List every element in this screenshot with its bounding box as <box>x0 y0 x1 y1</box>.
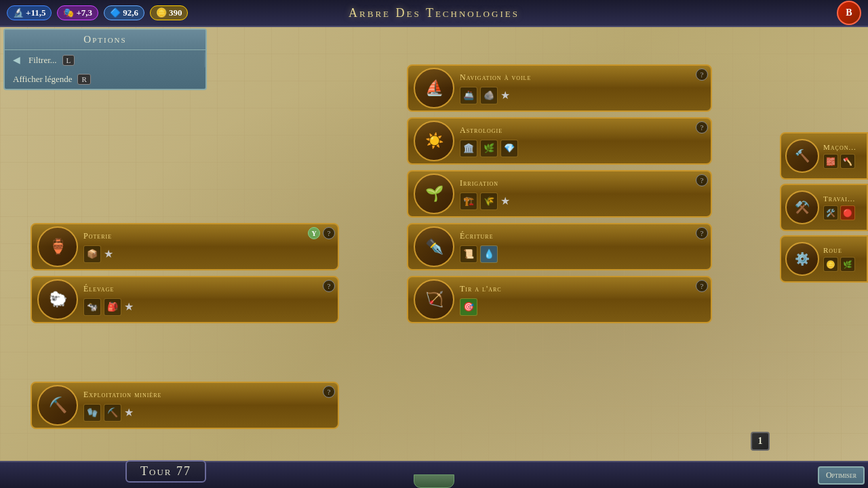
star-icon-ex: ★ <box>124 406 134 419</box>
options-header: Options <box>5 30 205 50</box>
astrologie-icon: ☀️ <box>414 121 454 161</box>
travail-name: Travai... <box>823 195 867 203</box>
options-panel: Options ◀ Filtrer... L Afficher légende … <box>3 28 207 90</box>
unlock-icon-el0: 🐄 <box>83 298 101 316</box>
star-icon-i: ★ <box>500 195 510 207</box>
tech-ecriture[interactable]: ✒️ Écriture 📜 💧 ? <box>407 223 712 270</box>
travail-unlock-0: 🛠️ <box>823 205 838 220</box>
navigation-unlocks: 🚢 🪨 ★ <box>460 87 711 104</box>
irrigation-unlocks: 🏗️ 🌾 ★ <box>460 192 711 210</box>
unlock-icon-0: 🚢 <box>460 87 477 104</box>
roue-icon: ⚙️ <box>785 242 819 276</box>
tech-macon[interactable]: 🔨 Maçon... 🧱 🪓 <box>780 132 868 180</box>
tir-arc-unlocks: 🎯 <box>460 298 711 316</box>
unlock-icon-e0: 📜 <box>460 245 477 263</box>
navigation-icon: ⛵ <box>414 68 454 108</box>
exploitation-name: Exploitation minière <box>83 390 338 400</box>
help-button-navigation[interactable]: ? <box>696 68 708 81</box>
legend-key: R <box>77 74 90 85</box>
help-button-exploitation[interactable]: ? <box>323 386 335 398</box>
gold-icon: 🪙 <box>156 7 167 18</box>
unlock-icon-1: 🪨 <box>480 87 498 104</box>
stats-row: 🔬 +11,5 🎭 +7,3 🔷 92,6 🪙 390 <box>7 5 188 20</box>
tech-tir-arc[interactable]: 🏹 Tir a l'arc 🎯 ? <box>407 276 712 323</box>
unlock-icon-e1: 💧 <box>480 245 498 263</box>
travail-unlocks: 🛠️ 🔴 <box>823 205 867 220</box>
filter-label: Filtrer... <box>28 55 57 66</box>
culture-value: +7,3 <box>76 7 92 18</box>
faith-stat: 🔷 92,6 <box>104 5 144 20</box>
help-button-elevage[interactable]: ? <box>323 280 335 292</box>
roue-name: Roue <box>823 246 867 254</box>
astrologie-name: Astrologie <box>460 125 711 136</box>
gold-stat: 🪙 390 <box>150 5 189 20</box>
ecriture-content: Écriture 📜 💧 <box>460 228 711 266</box>
help-button-poterie[interactable]: ? <box>323 227 335 239</box>
elevage-content: Élevage 🐄 🎒 ★ <box>83 281 338 319</box>
help-button-astrologie[interactable]: ? <box>696 121 708 134</box>
unlock-icon-ex0: 🧤 <box>83 404 101 422</box>
navigation-name: Navigation à voile <box>460 73 711 83</box>
tech-astrologie[interactable]: ☀️ Astrologie 🏛️ 🌿 💎 ? <box>407 117 712 165</box>
help-button-tir-arc[interactable]: ? <box>696 280 708 292</box>
legend-label: Afficher légende <box>13 74 72 85</box>
star-icon: ★ <box>500 89 510 102</box>
travail-icon: ⚒️ <box>785 190 819 224</box>
filter-option[interactable]: ◀ Filtrer... L <box>5 50 205 70</box>
exploitation-unlocks: 🧤 ⛏️ ★ <box>83 404 338 422</box>
unlock-icon-i0: 🏗️ <box>460 192 477 210</box>
unlock-icon-ex1: ⛏️ <box>104 404 121 422</box>
science-stat: 🔬 +11,5 <box>7 5 52 20</box>
roue-content: Roue 🪙 🌿 <box>823 245 867 273</box>
culture-stat: 🎭 +7,3 <box>57 5 98 20</box>
irrigation-name: Irrigation <box>460 178 711 188</box>
page-badge: 1 <box>751 432 770 451</box>
irrigation-icon: 🌱 <box>414 174 454 214</box>
legend-option[interactable]: Afficher légende R <box>5 70 205 89</box>
faith-icon: 🔷 <box>110 7 121 18</box>
ecriture-name: Écriture <box>460 231 711 241</box>
b-button[interactable]: B <box>837 1 861 25</box>
travail-content: Travai... 🛠️ 🔴 <box>823 193 867 222</box>
tech-navigation[interactable]: ⛵ Navigation à voile 🚢 🪨 ★ ? <box>407 64 712 112</box>
filter-key: L <box>62 55 75 66</box>
elevage-name: Élevage <box>83 284 338 294</box>
star-icon-p: ★ <box>104 247 113 260</box>
poterie-name: Poterie <box>83 231 338 241</box>
tech-exploitation[interactable]: ⛏️ Exploitation minière 🧤 ⛏️ ★ ? <box>31 382 339 429</box>
exploitation-content: Exploitation minière 🧤 ⛏️ ★ <box>83 387 338 424</box>
macon-unlock-1: 🪓 <box>840 154 855 169</box>
ecriture-unlocks: 📜 💧 <box>460 245 711 263</box>
right-tech-panel: 🔨 Maçon... 🧱 🪓 ⚒️ Travai... 🛠️ 🔴 ⚙️ Roue… <box>780 132 868 285</box>
unlock-icon-a1: 🌿 <box>480 140 498 157</box>
tech-poterie[interactable]: 🏺 Poterie 📦 ★ Y ? <box>31 223 339 270</box>
travail-unlock-1: 🔴 <box>840 205 855 220</box>
tech-travail[interactable]: ⚒️ Travai... 🛠️ 🔴 <box>780 184 868 231</box>
turn-label: Tour 77 <box>140 464 191 478</box>
tech-elevage[interactable]: 🐑 Élevage 🐄 🎒 ★ ? <box>31 276 339 323</box>
macon-name: Maçon... <box>823 143 867 151</box>
help-button-irrigation[interactable]: ? <box>696 174 708 186</box>
poterie-unlocks: 📦 ★ <box>83 245 338 263</box>
y-badge: Y <box>308 227 320 239</box>
macon-unlock-0: 🧱 <box>823 154 838 169</box>
unlock-icon-t0: 🎯 <box>460 298 477 316</box>
turn-counter: Tour 77 <box>125 460 206 483</box>
macon-icon: 🔨 <box>785 139 819 173</box>
tech-irrigation[interactable]: 🌱 Irrigation 🏗️ 🌾 ★ ? <box>407 170 712 218</box>
gold-value: 390 <box>169 7 182 18</box>
science-icon: 🔬 <box>13 7 24 18</box>
help-button-ecriture[interactable]: ? <box>696 227 708 239</box>
options-arrow <box>204 52 207 68</box>
ecriture-icon: ✒️ <box>414 226 454 267</box>
culture-icon: 🎭 <box>63 7 74 18</box>
science-value: +11,5 <box>26 7 45 18</box>
unlock-icon-a2: 💎 <box>500 140 518 157</box>
unlock-icon-p0: 📦 <box>83 245 101 263</box>
tech-tree: ⛵ Navigation à voile 🚢 🪨 ★ ? ☀️ Astrolog… <box>0 27 868 461</box>
tech-roue[interactable]: ⚙️ Roue 🪙 🌿 <box>780 235 868 283</box>
optimiser-button[interactable]: Optimiser <box>818 466 865 485</box>
star-icon-el: ★ <box>124 300 134 313</box>
optimiser-label: Optimiser <box>826 470 856 480</box>
navigation-content: Navigation à voile 🚢 🪨 ★ <box>460 70 711 107</box>
